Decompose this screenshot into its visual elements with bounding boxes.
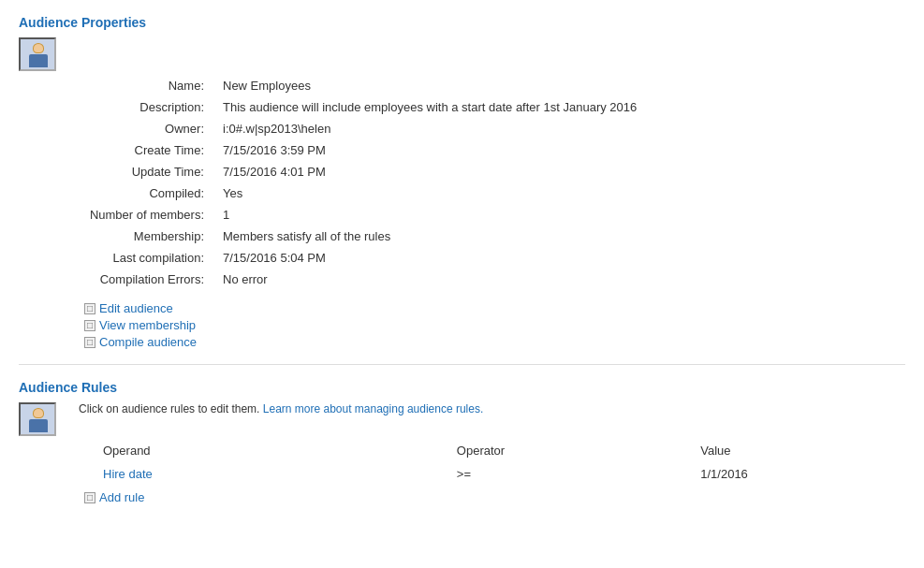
add-rule-list: □ Add rule: [84, 490, 905, 504]
audience-rules-icon: [19, 402, 56, 436]
last-compilation-label: Last compilation:: [28, 247, 215, 269]
hire-date-link[interactable]: Hire date: [103, 467, 153, 481]
update-time-value: 7/15/2016 4:01 PM: [215, 161, 915, 182]
properties-table: Name: New Employees Description: This au…: [28, 75, 915, 290]
create-time-row: Create Time: 7/15/2016 3:59 PM: [28, 139, 915, 161]
audience-properties-icon: [19, 37, 56, 71]
person-icon: [21, 39, 54, 71]
compilation-errors-value: No error: [215, 269, 915, 290]
rules-description-text: Click on audience rules to edit them.: [79, 402, 263, 415]
name-row: Name: New Employees: [28, 75, 915, 96]
membership-label: Membership:: [28, 226, 215, 247]
owner-value: i:0#.w|sp2013\helen: [215, 118, 915, 139]
create-time-value: 7/15/2016 3:59 PM: [215, 139, 915, 161]
compile-audience-item: □ Compile audience: [84, 335, 905, 349]
compilation-errors-label: Compilation Errors:: [28, 269, 215, 290]
operator-column-header: Operator: [449, 440, 693, 463]
name-value: New Employees: [215, 75, 915, 96]
compile-expand-icon: □: [84, 337, 95, 348]
update-time-row: Update Time: 7/15/2016 4:01 PM: [28, 161, 915, 182]
compiled-value: Yes: [215, 182, 915, 204]
operand-column-header: Operand: [28, 440, 449, 463]
rules-table-header-row: Operand Operator Value: [28, 440, 915, 463]
compiled-label: Compiled:: [28, 182, 215, 204]
section-divider: [19, 364, 905, 365]
edit-audience-link[interactable]: Edit audience: [99, 301, 173, 315]
rules-table: Operand Operator Value Hire date>=1/1/20…: [28, 440, 915, 485]
description-label: Description:: [28, 96, 215, 118]
membership-row: Membership: Members satisfy all of the r…: [28, 226, 915, 247]
learn-more-link[interactable]: Learn more about managing audience rules…: [263, 402, 484, 415]
compilation-errors-row: Compilation Errors: No error: [28, 269, 915, 290]
edit-expand-icon: □: [84, 303, 95, 314]
audience-properties-header: [19, 37, 905, 71]
name-label: Name:: [28, 75, 215, 96]
view-membership-item: □ View membership: [84, 318, 905, 332]
audience-rules-title: Audience Rules: [19, 380, 905, 395]
num-members-label: Number of members:: [28, 204, 215, 226]
add-rule-item: □ Add rule: [84, 490, 905, 504]
view-membership-link[interactable]: View membership: [99, 318, 196, 332]
update-time-label: Update Time:: [28, 161, 215, 182]
rules-description: Click on audience rules to edit them. Le…: [79, 402, 483, 415]
compiled-row: Compiled: Yes: [28, 182, 915, 204]
owner-label: Owner:: [28, 118, 215, 139]
last-compilation-value: 7/15/2016 5:04 PM: [215, 247, 915, 269]
operator-cell: >=: [449, 463, 693, 485]
create-time-label: Create Time:: [28, 139, 215, 161]
audience-rules-header-row: Click on audience rules to edit them. Le…: [19, 402, 905, 436]
add-rule-link[interactable]: Add rule: [99, 490, 144, 504]
owner-row: Owner: i:0#.w|sp2013\helen: [28, 118, 915, 139]
description-row: Description: This audience will include …: [28, 96, 915, 118]
operand-cell: Hire date: [28, 463, 449, 485]
value-cell: 1/1/2016: [693, 463, 915, 485]
last-compilation-row: Last compilation: 7/15/2016 5:04 PM: [28, 247, 915, 269]
audience-rules-section: Audience Rules Click on audience rules t…: [19, 380, 905, 504]
table-row: Hire date>=1/1/2016: [28, 463, 915, 485]
audience-properties-title: Audience Properties: [19, 15, 905, 30]
edit-audience-item: □ Edit audience: [84, 301, 905, 315]
add-rule-expand-icon: □: [84, 492, 95, 503]
description-value: This audience will include employees wit…: [215, 96, 915, 118]
value-column-header: Value: [693, 440, 915, 463]
membership-value: Members satisfy all of the rules: [215, 226, 915, 247]
view-expand-icon: □: [84, 320, 95, 331]
rules-person-icon: [21, 404, 54, 436]
compile-audience-link[interactable]: Compile audience: [99, 335, 197, 349]
num-members-row: Number of members: 1: [28, 204, 915, 226]
num-members-value: 1: [215, 204, 915, 226]
actions-list: □ Edit audience □ View membership □ Comp…: [84, 301, 905, 349]
audience-properties-section: Audience Properties Name: New Employees …: [19, 15, 905, 349]
